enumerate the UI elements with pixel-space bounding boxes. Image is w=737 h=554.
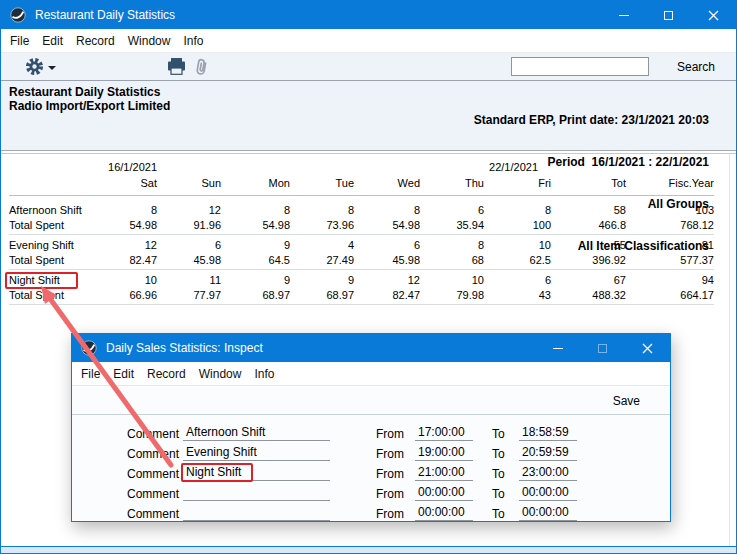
maximize-icon [664, 11, 673, 20]
minimize-button[interactable] [601, 1, 646, 29]
close-icon [642, 343, 653, 354]
row-label-night-shift[interactable]: Night Shift [9, 274, 60, 286]
shift-row: Comment From 00:00:00 To 00:00:00 [72, 481, 670, 501]
menu-window[interactable]: Window [128, 34, 171, 48]
main-titlebar[interactable]: Restaurant Daily Statistics [1, 1, 736, 29]
from-field: 19:00:00 [415, 445, 473, 461]
app-logo-icon [81, 340, 97, 356]
to-label: To [492, 467, 519, 481]
table-row-night-shift: Night Shift 10 11 9 9 12 10 6 67 94 [9, 272, 714, 288]
printer-icon [167, 58, 186, 75]
operations-menu-button[interactable] [25, 57, 56, 76]
close-button[interactable] [691, 1, 736, 29]
app-logo-icon [10, 7, 26, 23]
comment-label: Comment [127, 427, 183, 441]
menu-edit[interactable]: Edit [113, 367, 134, 381]
row-label-afternoon-shift[interactable]: Afternoon Shift [9, 204, 101, 216]
menu-info[interactable]: Info [183, 34, 203, 48]
menu-edit[interactable]: Edit [42, 34, 63, 48]
main-menubar: File Edit Record Window Info [1, 29, 736, 53]
minimize-icon [553, 348, 563, 349]
row-label-total-spent[interactable]: Total Spent [9, 289, 101, 301]
highlight-box-night-shift: Night Shift [5, 272, 78, 289]
dialog-close-button[interactable] [625, 334, 670, 362]
dialog-toolbar: Save [72, 387, 670, 415]
company-name: Radio Import/Export Limited [9, 99, 170, 113]
from-field: 21:00:00 [415, 465, 473, 481]
menu-record[interactable]: Record [76, 34, 115, 48]
report-page-edge [729, 154, 730, 547]
dialog-form: Comment Afternoon Shift From 17:00:00 To… [72, 415, 670, 521]
menu-record[interactable]: Record [147, 367, 186, 381]
col-thu: Thu [420, 177, 484, 189]
dialog-maximize-button[interactable] [580, 334, 625, 362]
col-fri: Fri [484, 177, 551, 189]
divider [9, 269, 714, 270]
header-separator [1, 150, 736, 154]
col-tot: Tot [551, 177, 626, 189]
search-label: Search [677, 60, 715, 74]
save-button[interactable]: Save [613, 394, 640, 408]
minimize-icon [619, 15, 629, 16]
print-button[interactable] [167, 58, 186, 79]
to-label: To [492, 447, 519, 461]
to-field: 23:00:00 [519, 465, 577, 481]
dialog-titlebar[interactable]: Daily Sales Statistics: Inspect [72, 334, 670, 362]
dialog-menubar: File Edit Record Window Info [72, 362, 670, 386]
to-label: To [492, 487, 519, 501]
menu-window[interactable]: Window [199, 367, 242, 381]
table-row: Total Spent 82.47 45.98 64.5 27.49 45.98… [9, 253, 714, 269]
col-sat: Sat [101, 177, 157, 189]
menu-file[interactable]: File [81, 367, 100, 381]
from-field: 17:00:00 [415, 425, 473, 441]
comment-label: Comment [127, 507, 183, 521]
table-row: Total Spent 54.98 91.96 54.98 73.96 54.9… [9, 218, 714, 234]
col-sun: Sun [157, 177, 221, 189]
comment-field: Afternoon Shift [183, 425, 330, 441]
comment-field: Evening Shift [183, 445, 330, 461]
row-label-total-spent[interactable]: Total Spent [9, 254, 101, 266]
paperclip-icon [192, 56, 211, 78]
comment-field [183, 485, 330, 501]
to-field: 20:59:59 [519, 445, 577, 461]
row-label-evening-shift[interactable]: Evening Shift [9, 239, 101, 251]
shift-row: Comment Evening Shift From 19:00:00 To 2… [72, 441, 670, 461]
maximize-button[interactable] [646, 1, 691, 29]
row-label-total-spent[interactable]: Total Spent [9, 219, 101, 231]
attachments-button[interactable] [191, 56, 211, 82]
shift-row: Comment From 00:00:00 To 00:00:00 [72, 501, 670, 521]
window-resize-frame [1, 546, 736, 553]
from-label: From [376, 447, 415, 461]
dialog-minimize-button[interactable] [535, 334, 580, 362]
from-label: From [376, 507, 415, 521]
restaurant-daily-statistics-window: Restaurant Daily Statistics File Edit Re… [0, 0, 737, 554]
to-field: 00:00:00 [519, 485, 577, 501]
comment-label: Comment [127, 467, 183, 481]
divider [9, 234, 714, 235]
from-field: 00:00:00 [415, 485, 473, 501]
divider [9, 304, 714, 305]
table-row: Afternoon Shift 8 12 8 8 8 6 8 58 103 [9, 202, 714, 218]
inspect-dialog: Daily Sales Statistics: Inspect File Edi… [71, 333, 671, 522]
col-mon: Mon [221, 177, 290, 189]
statistics-table: 16/1/2021 22/1/2021 Sat Sun Mon Tue Wed … [9, 159, 714, 307]
comment-label: Comment [127, 447, 183, 461]
from-label: From [376, 487, 415, 501]
search-input[interactable] [511, 57, 649, 76]
col-fiscyear: Fisc.Year [626, 177, 714, 189]
menu-file[interactable]: File [10, 34, 29, 48]
chevron-down-icon [48, 66, 56, 70]
col-wed: Wed [354, 177, 420, 189]
dialog-title: Daily Sales Statistics: Inspect [106, 341, 263, 355]
to-field: 18:58:59 [519, 425, 577, 441]
col-tue: Tue [290, 177, 354, 189]
report-header: Restaurant Daily Statistics Radio Import… [1, 81, 736, 150]
print-date: Standard ERP, Print date: 23/1/2021 20:0… [474, 113, 709, 127]
from-label: From [376, 467, 415, 481]
date-row: 16/1/2021 22/1/2021 [9, 159, 714, 175]
close-icon [708, 10, 719, 21]
divider [9, 195, 714, 196]
report-title: Restaurant Daily Statistics [9, 85, 170, 99]
maximize-icon [598, 344, 607, 353]
menu-info[interactable]: Info [254, 367, 274, 381]
